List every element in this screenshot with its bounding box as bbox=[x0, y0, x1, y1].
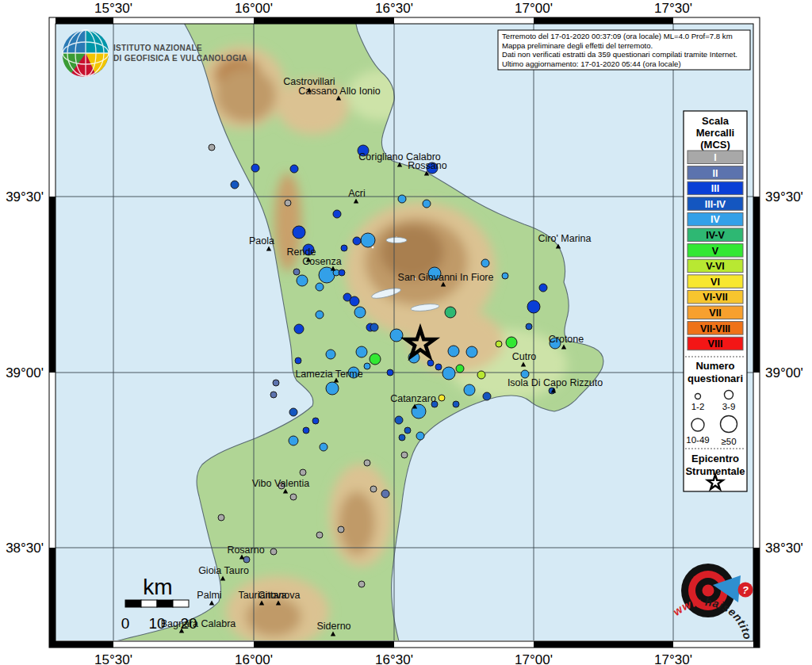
city-label: Vibo Valentia bbox=[252, 478, 310, 489]
mercalli-label: III bbox=[711, 183, 719, 194]
axis-label-bottom: 17°00' bbox=[515, 652, 553, 665]
intensity-point-IV bbox=[289, 436, 298, 445]
ingv-name-line2: DI GEOFISICA E VULCANOLOGIA bbox=[113, 54, 247, 63]
city-label: Rossano bbox=[408, 160, 446, 171]
intensity-point-IV bbox=[442, 367, 455, 380]
mercalli-title-2: Mercalli bbox=[696, 127, 734, 139]
intensity-point-IV bbox=[326, 350, 335, 359]
mercalli-label: II bbox=[713, 168, 718, 179]
intensity-point-II bbox=[273, 380, 279, 386]
frame-band bbox=[394, 641, 534, 648]
intensity-point-III-IV bbox=[370, 323, 378, 331]
intensity-point-I bbox=[218, 514, 224, 521]
scale-segment bbox=[157, 600, 173, 607]
intensity-point-III bbox=[295, 357, 301, 364]
scale-tick: 10 bbox=[148, 615, 165, 632]
mercalli-label: VIII bbox=[708, 338, 723, 350]
info-line-2: Mappa preliminare degli effetti del terr… bbox=[502, 41, 653, 50]
city-label: Paola bbox=[249, 235, 274, 247]
intensity-point-II bbox=[243, 556, 250, 563]
intensity-point-IV bbox=[356, 346, 367, 357]
frame-band bbox=[534, 641, 673, 648]
intensity-point-III bbox=[353, 237, 361, 245]
intensity-point-IV bbox=[390, 329, 403, 342]
axis-label-top: 16°00' bbox=[235, 1, 273, 16]
mercalli-label: V bbox=[712, 246, 719, 257]
info-line-1: Terremoto del 17-01-2020 00:37:09 (ora l… bbox=[502, 32, 733, 40]
questionari-title-1: Numero bbox=[695, 360, 734, 372]
intensity-point-I bbox=[270, 548, 277, 555]
mercalli-label: IV bbox=[710, 214, 720, 225]
intensity-point-II bbox=[381, 490, 389, 498]
intensity-point-III-IV bbox=[526, 323, 532, 330]
intensity-point-III bbox=[341, 245, 347, 251]
frame-band bbox=[49, 197, 56, 373]
intensity-point-IV bbox=[466, 346, 477, 357]
intensity-point-III bbox=[290, 165, 298, 173]
intensity-point-III-IV bbox=[483, 392, 491, 400]
axis-label-bottom: 16°00' bbox=[235, 652, 273, 665]
intensity-point-V bbox=[370, 354, 381, 365]
scale-tick: 20 bbox=[180, 615, 197, 632]
scale-unit: km bbox=[143, 575, 172, 599]
intensity-point-IV bbox=[316, 283, 324, 291]
city-label: Cassano Allo Ionio bbox=[298, 86, 381, 97]
scale-tick: 0 bbox=[121, 615, 130, 632]
intensity-point-III bbox=[527, 300, 540, 313]
frame-band bbox=[49, 373, 56, 548]
intensity-point-III bbox=[294, 324, 304, 334]
city-label: San Giovanni In Fiore bbox=[398, 272, 494, 283]
intensity-point-III bbox=[427, 360, 434, 366]
mercalli-label: VII bbox=[709, 308, 721, 319]
axis-label-left: 39°30' bbox=[6, 189, 44, 204]
axis-label-bottom: 15°30' bbox=[94, 652, 132, 665]
axis-label-right: 39°00' bbox=[765, 365, 803, 380]
axis-label-top: 16°30' bbox=[375, 1, 413, 16]
frame-band bbox=[673, 641, 760, 648]
size-circle bbox=[695, 394, 701, 399]
intensity-point-V bbox=[456, 365, 464, 373]
intensity-point-IV bbox=[364, 363, 370, 369]
city-label: Gioia Tauro bbox=[198, 565, 249, 576]
intensity-point-V bbox=[506, 337, 517, 348]
ingv-name-line1: ISTITUTO NAZIONALE bbox=[113, 44, 202, 52]
city-label: Rosarno bbox=[227, 545, 264, 556]
size-label: 3-9 bbox=[722, 402, 736, 411]
axis-label-bottom: 17°30' bbox=[654, 652, 692, 665]
intensity-point-I bbox=[300, 469, 306, 476]
intensity-point-III bbox=[293, 226, 305, 239]
intensity-point-III bbox=[350, 296, 359, 306]
frame-band bbox=[753, 17, 760, 197]
axis-label-right: 39°30' bbox=[765, 189, 803, 204]
city-label: Cosenza bbox=[302, 256, 341, 267]
frame-band bbox=[753, 373, 760, 548]
intensity-point-III-IV bbox=[453, 401, 459, 407]
size-label: ≥50 bbox=[721, 437, 736, 446]
intensity-point-IV-V bbox=[445, 307, 456, 318]
intensity-point-III bbox=[339, 269, 345, 276]
intensity-point-I bbox=[401, 452, 408, 458]
city-label: Crotone bbox=[549, 334, 584, 345]
map-page: CastrovillariCassano Allo IonioCoriglian… bbox=[0, 0, 812, 665]
intensity-point-IV bbox=[481, 259, 489, 267]
city-label: Acri bbox=[348, 188, 366, 199]
intensity-point-II bbox=[270, 392, 277, 398]
frame-band bbox=[753, 548, 760, 648]
intensity-point-III-IV bbox=[399, 434, 405, 441]
info-line-3: Dati non verificati estratti da 359 ques… bbox=[502, 50, 737, 59]
intensity-point-I bbox=[358, 581, 365, 587]
scale-segment bbox=[125, 600, 141, 607]
mercalli-title-3: (MCS) bbox=[700, 139, 730, 151]
intensity-point-I bbox=[209, 144, 215, 151]
city-label: Catanzaro bbox=[390, 393, 436, 404]
intensity-point-III bbox=[387, 369, 393, 376]
event-info-box: Terremoto del 17-01-2020 00:37:09 (ora l… bbox=[498, 30, 750, 70]
intensity-point-III bbox=[303, 427, 309, 434]
legend-box: Scala Mercalli (MCS) IIIIIIIII-IVIVIV-VV… bbox=[684, 111, 747, 491]
scale-segment bbox=[141, 600, 157, 607]
mercalli-label: IV-V bbox=[706, 230, 725, 241]
intensity-point-I bbox=[285, 200, 291, 206]
intensity-point-IV bbox=[502, 273, 508, 279]
intensity-point-IV bbox=[297, 275, 308, 286]
axis-label-left: 39°00' bbox=[6, 365, 44, 380]
